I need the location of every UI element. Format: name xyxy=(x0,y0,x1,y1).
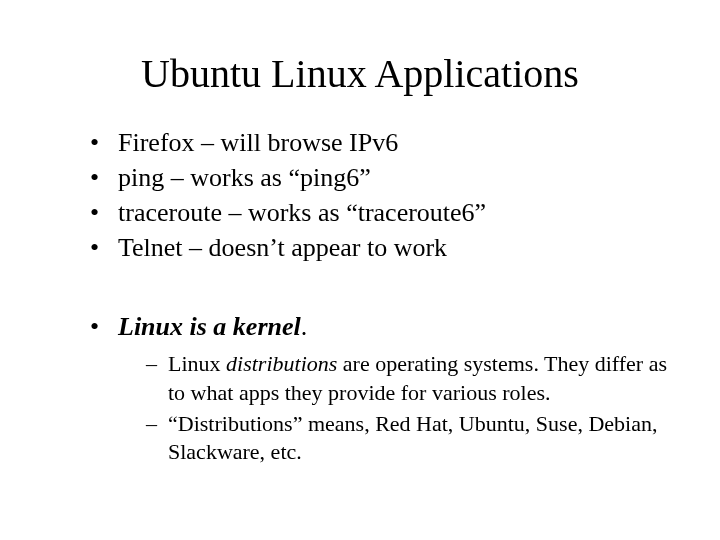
bullet-item: Firefox – will browse IPv6 xyxy=(90,125,670,160)
sub-em: distributions xyxy=(226,351,337,376)
bullet-list: Firefox – will browse IPv6 ping – works … xyxy=(50,125,670,265)
sub-pre: Linux xyxy=(168,351,226,376)
bullet-list-2: Linux is a kernel. Linux distributions a… xyxy=(50,309,670,466)
kernel-text: Linux is a kernel xyxy=(118,312,301,341)
bullet-item: traceroute – works as “traceroute6” xyxy=(90,195,670,230)
sub-item: “Distributions” means, Red Hat, Ubuntu, … xyxy=(146,410,670,467)
bullet-item: ping – works as “ping6” xyxy=(90,160,670,195)
sub-item: Linux distributions are operating system… xyxy=(146,350,670,407)
bullet-item-kernel: Linux is a kernel. Linux distributions a… xyxy=(90,309,670,466)
sub-list: Linux distributions are operating system… xyxy=(118,350,670,466)
slide-title: Ubuntu Linux Applications xyxy=(50,50,670,97)
bullet-item: Telnet – doesn’t appear to work xyxy=(90,230,670,265)
kernel-dot: . xyxy=(301,312,308,341)
